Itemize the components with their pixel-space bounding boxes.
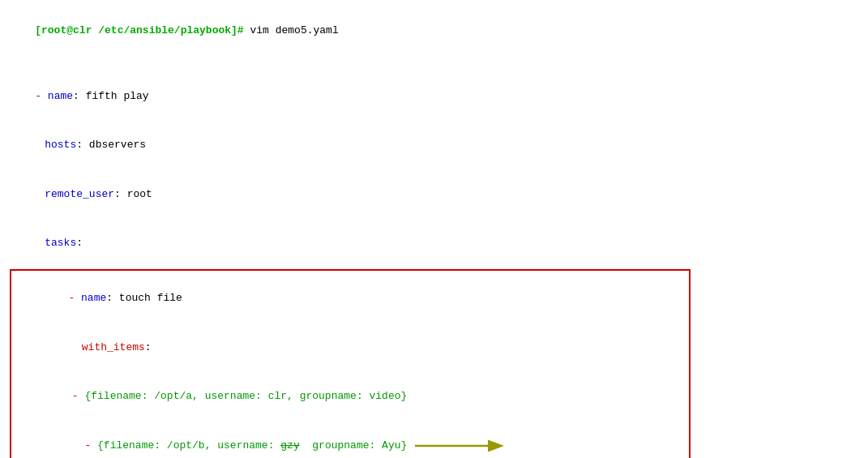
item2-line: - {filename: /opt/b, username: gzy group… — [18, 422, 407, 458]
task-name-line: - name: touch file — [18, 274, 682, 323]
terminal: [root@clr /etc/ansible/playbook]# vim de… — [0, 0, 868, 458]
remote-user-key: remote_user — [45, 188, 114, 200]
item1-line: - {filename: /opt/a, username: clr, grou… — [18, 372, 682, 421]
with-items-key: with_items — [82, 341, 145, 353]
tasks-line: tasks: — [10, 219, 858, 268]
command: vim demo5.yaml — [244, 24, 339, 36]
item1-dash: - — [72, 390, 85, 402]
tasks-key: tasks — [45, 237, 76, 249]
arrow-right — [415, 436, 512, 456]
task-name-key: name — [81, 292, 106, 304]
command-line: [root@clr /etc/ansible/playbook]# vim de… — [10, 6, 858, 55]
item2-row: - {filename: /opt/b, username: gzy group… — [18, 422, 682, 458]
task-dash: - — [56, 292, 81, 304]
with-items-line: with_items: — [18, 323, 682, 372]
dash: - — [35, 90, 48, 102]
item1-content: {filename: /opt/a, username: clr, groupn… — [84, 390, 407, 402]
play-name-line: - name: fifth play — [10, 72, 858, 121]
touch-file-box: - name: touch file with_items: - {filena… — [10, 269, 691, 458]
prompt: [root@clr /etc/ansible/playbook]# — [35, 24, 243, 36]
remote-user-line: remote_user: root — [10, 169, 858, 218]
hosts-key: hosts — [45, 139, 76, 151]
hosts-line: hosts: dbservers — [10, 121, 858, 169]
name-key: name — [48, 90, 73, 102]
